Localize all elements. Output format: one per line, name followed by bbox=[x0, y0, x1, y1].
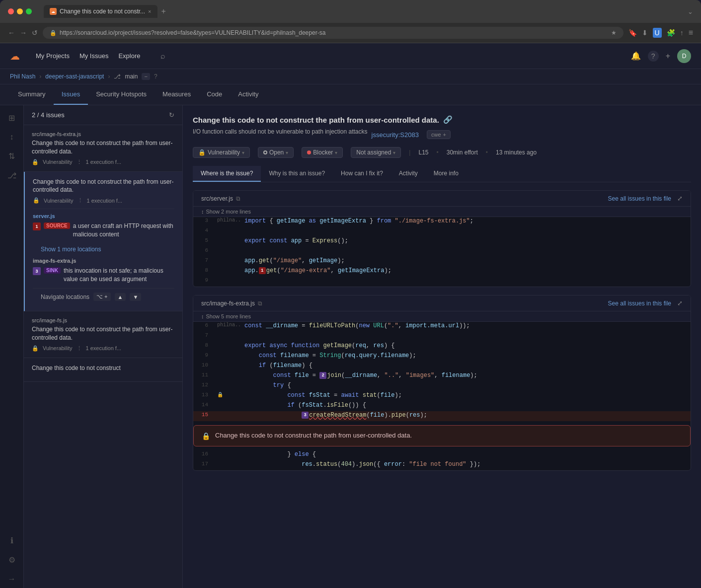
issues-panel: 2 / 4 issues ↻ src/image-fs-extra.js Cha… bbox=[24, 105, 183, 588]
filename-text-1: src/server.js bbox=[201, 195, 233, 202]
show-more-lines-1[interactable]: ↕ Show 2 more lines bbox=[193, 207, 691, 217]
forward-button[interactable]: → bbox=[20, 29, 27, 37]
code-line-17b: 17 res.status(404).json({ error: "file n… bbox=[193, 460, 691, 470]
copy-icon-2[interactable]: ⧉ bbox=[258, 300, 262, 307]
url-display: https://sonarcloud.io/project/issues?res… bbox=[60, 29, 325, 36]
see-all-issues-link-1[interactable]: See all issues in this file bbox=[608, 195, 671, 202]
sidebar-exchange-icon[interactable]: ⇅ bbox=[8, 151, 15, 161]
nav-links: My Projects My Issues Explore bbox=[36, 52, 141, 60]
blocker-badge[interactable]: Blocker ▾ bbox=[302, 147, 343, 158]
tab-more-info[interactable]: More info bbox=[426, 166, 467, 182]
issue-execution-2: 1 execution f... bbox=[87, 198, 123, 204]
see-all-issues-link-2[interactable]: See all issues in this file bbox=[608, 300, 671, 307]
open-label: Open bbox=[269, 149, 284, 156]
navigate-up-button[interactable]: ▲ bbox=[115, 293, 126, 301]
code-line-4: 4 bbox=[193, 227, 691, 237]
maximize-button[interactable] bbox=[26, 8, 32, 14]
tab-why-is-this-an-issue[interactable]: Why is this an issue? bbox=[261, 166, 333, 182]
tab-close-button[interactable]: × bbox=[148, 8, 151, 14]
code-line-16b: 16 } else { bbox=[193, 450, 691, 460]
search-icon[interactable]: ⌕ bbox=[160, 52, 165, 61]
sidebar-settings-icon[interactable]: ⚙ bbox=[8, 555, 15, 565]
tab-code[interactable]: Code bbox=[199, 84, 230, 105]
user-avatar[interactable]: D bbox=[677, 49, 691, 63]
help-icon[interactable]: ? bbox=[648, 51, 659, 62]
vulnerability-badge[interactable]: 🔒 Vulnerability ▾ bbox=[193, 147, 250, 158]
more-options-icon[interactable]: ≡ bbox=[689, 28, 693, 37]
tab-activity[interactable]: Activity bbox=[230, 84, 266, 105]
code-line-6: 6 bbox=[193, 247, 691, 257]
breadcrumb-help-icon[interactable]: ? bbox=[154, 73, 157, 80]
issue-item-3[interactable]: src/image-fs.js Change this code to not … bbox=[24, 311, 182, 358]
collapse-button[interactable]: ⌄ bbox=[688, 8, 693, 15]
assignee-badge[interactable]: Not assigned ▾ bbox=[351, 147, 401, 158]
new-tab-button[interactable]: + bbox=[161, 7, 166, 16]
expand-icon-1[interactable]: ⤢ bbox=[677, 195, 683, 202]
issue-title-3: Change this code to not construct the pa… bbox=[32, 325, 174, 342]
sidebar-info-icon[interactable]: ℹ bbox=[10, 536, 13, 545]
issues-header: 2 / 4 issues ↻ bbox=[24, 105, 182, 125]
tab-measures[interactable]: Measures bbox=[155, 84, 199, 105]
navigate-shortcut[interactable]: ⌥ + bbox=[93, 293, 110, 301]
nav-my-issues[interactable]: My Issues bbox=[79, 52, 109, 60]
breadcrumb-project[interactable]: deeper-sast-javascript bbox=[45, 73, 104, 80]
minimize-button[interactable] bbox=[17, 8, 23, 14]
sidebar-arrow-icon[interactable]: → bbox=[8, 575, 16, 584]
new-item-icon[interactable]: + bbox=[666, 52, 670, 61]
sidebar-branch-icon[interactable]: ⎇ bbox=[7, 171, 16, 180]
link-icon[interactable]: 🔗 bbox=[443, 115, 453, 124]
tab-summary[interactable]: Summary bbox=[10, 84, 54, 105]
show-more-lines-2[interactable]: ↕ Show 5 more lines bbox=[193, 311, 691, 322]
sidebar-arrows-icon[interactable]: ↕ bbox=[10, 133, 14, 142]
refresh-button[interactable]: ↺ bbox=[32, 29, 38, 37]
code-line-9b: 9 const filename = String(req.query.file… bbox=[193, 352, 691, 362]
sidebar-grid-icon[interactable]: ⊞ bbox=[8, 113, 15, 123]
share-icon[interactable]: ↑ bbox=[680, 29, 684, 37]
code-line-7b: 7 bbox=[193, 332, 691, 342]
open-badge[interactable]: Open ▾ bbox=[258, 147, 294, 158]
show-more-locations-button[interactable]: Show 1 more locations bbox=[33, 243, 174, 256]
code-line-9: 9 bbox=[193, 277, 691, 287]
nav-explore[interactable]: Explore bbox=[118, 52, 140, 60]
extension-icon[interactable]: U bbox=[653, 28, 662, 38]
cwe-badge[interactable]: cwe + bbox=[427, 130, 451, 139]
bookmark-icon[interactable]: 🔖 bbox=[628, 29, 637, 37]
main-content: ⊞ ↕ ⇅ ⎇ ℹ ⚙ → 2 / 4 issues ↻ src/image-f… bbox=[0, 105, 701, 588]
issue-sep-2: ⋮ bbox=[78, 197, 83, 204]
code-line-7: 7 app.get("/image", getImage); bbox=[193, 257, 691, 267]
issue-execution-1: 1 execution f... bbox=[86, 159, 122, 165]
back-button[interactable]: ← bbox=[8, 29, 15, 37]
issue-item-1[interactable]: src/image-fs-extra.js Change this code t… bbox=[24, 125, 182, 172]
issue-type-label-3: Vulnerability bbox=[43, 345, 73, 351]
navigate-down-button[interactable]: ▼ bbox=[130, 293, 141, 301]
download-icon[interactable]: ⬇ bbox=[642, 29, 648, 37]
close-button[interactable] bbox=[8, 8, 14, 14]
tab-where-is-the-issue[interactable]: Where is the issue? bbox=[193, 166, 261, 182]
notifications-icon[interactable]: 🔔 bbox=[631, 51, 641, 61]
address-bar[interactable]: 🔒 https://sonarcloud.io/project/issues?r… bbox=[43, 27, 623, 39]
issue-detail-title: Change this code to not construct the pa… bbox=[193, 115, 691, 124]
toolbar-icons: 🔖 ⬇ U 🧩 ↑ ≡ bbox=[628, 28, 693, 38]
nav-my-projects[interactable]: My Projects bbox=[36, 52, 70, 60]
tab-activity[interactable]: Activity bbox=[391, 166, 426, 182]
code-line-8: 8 app.1get("/image-extra", getImageExtra… bbox=[193, 267, 691, 277]
refresh-icon[interactable]: ↻ bbox=[169, 111, 174, 119]
traffic-lights bbox=[8, 8, 32, 14]
tab-how-can-i-fix-it[interactable]: How can I fix it? bbox=[333, 166, 391, 182]
breadcrumb-user[interactable]: Phil Nash bbox=[10, 73, 35, 80]
issue-item-4[interactable]: Change this code to not construct bbox=[24, 358, 182, 382]
breadcrumb: Phil Nash › deeper-sast-javascript › ⎇ m… bbox=[0, 69, 701, 84]
tab-issues[interactable]: Issues bbox=[54, 84, 88, 105]
active-tab[interactable]: ☁ Change this code to not constr... × bbox=[44, 5, 157, 18]
issue-item-2[interactable]: Change this code to not construct the pa… bbox=[24, 172, 182, 312]
code-line-10b: 10 if (filename) { bbox=[193, 362, 691, 371]
issue-type-icon-2: 🔒 bbox=[33, 197, 40, 204]
browser-titlebar: ☁ Change this code to not constr... × + … bbox=[0, 0, 701, 23]
expand-icon-2[interactable]: ⤢ bbox=[677, 299, 683, 307]
copy-icon-1[interactable]: ⧉ bbox=[236, 195, 240, 202]
jssecurity-link[interactable]: jssecurity:S2083 bbox=[372, 131, 419, 139]
location-label: L15 bbox=[418, 149, 428, 156]
code-filename-1: src/server.js ⧉ bbox=[201, 195, 240, 202]
tab-security-hotspots[interactable]: Security Hotspots bbox=[88, 84, 155, 105]
extensions-icon[interactable]: 🧩 bbox=[667, 29, 675, 37]
